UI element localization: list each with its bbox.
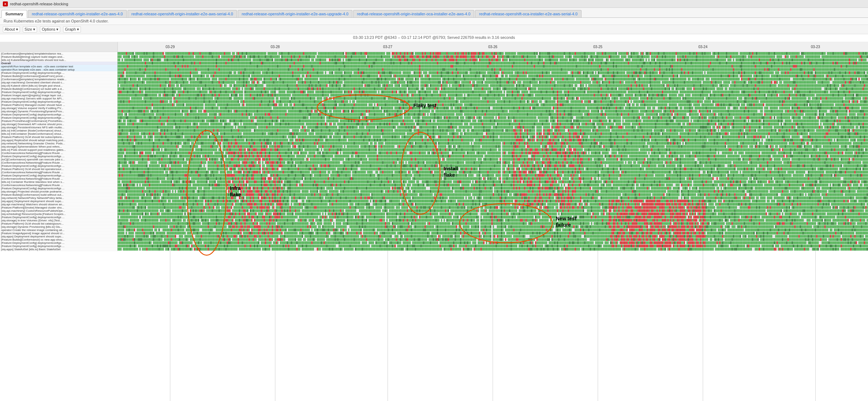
tab-3[interactable]: redhat-release-openshift-origin-installe… bbox=[238, 10, 352, 17]
canvas-wrapper: Flaky testInfraflakeInstallflakeNew test… bbox=[0, 42, 868, 401]
tab-5[interactable]: redhat-release-openshift-oca-installer-e… bbox=[475, 10, 581, 17]
size-button[interactable]: Size ▾ bbox=[23, 26, 37, 32]
grid-canvas bbox=[0, 42, 868, 401]
title-bar-text: redhat-openshift-release-blocking bbox=[10, 2, 68, 6]
tab-summary[interactable]: Summary bbox=[1, 10, 27, 18]
options-button[interactable]: Options ▾ bbox=[40, 26, 60, 32]
favicon-icon: R bbox=[3, 1, 8, 6]
graph-button[interactable]: Graph ▾ bbox=[63, 26, 81, 32]
info-bar: Runs Kubernetes e2e tests against an Ope… bbox=[0, 18, 868, 25]
tab-2[interactable]: redhat-release-openshift-origin-installe… bbox=[128, 10, 237, 17]
tab-bar: Summary redhat-release-openshift-origin-… bbox=[0, 8, 868, 18]
controls-bar: About ▾ Size ▾ Options ▾ Graph ▾ bbox=[0, 25, 868, 34]
query-text: 03-30 13:23 PDT @6343 -- 03-17 12:14 PDT… bbox=[353, 35, 515, 40]
title-bar: R redhat-openshift-release-blocking bbox=[0, 0, 868, 8]
tab-4[interactable]: redhat-release-openshift-origin-installe… bbox=[353, 10, 475, 17]
tab-1[interactable]: redhat-release-openshift-origin-installe… bbox=[28, 10, 127, 17]
main-content: Flaky testInfraflakeInstallflakeNew test… bbox=[0, 42, 868, 401]
query-bar: 03-30 13:23 PDT @6343 -- 03-17 12:14 PDT… bbox=[0, 34, 868, 42]
svg-text:R: R bbox=[4, 3, 6, 5]
about-button[interactable]: About ▾ bbox=[3, 26, 20, 32]
info-text: Runs Kubernetes e2e tests against an Ope… bbox=[4, 19, 109, 23]
